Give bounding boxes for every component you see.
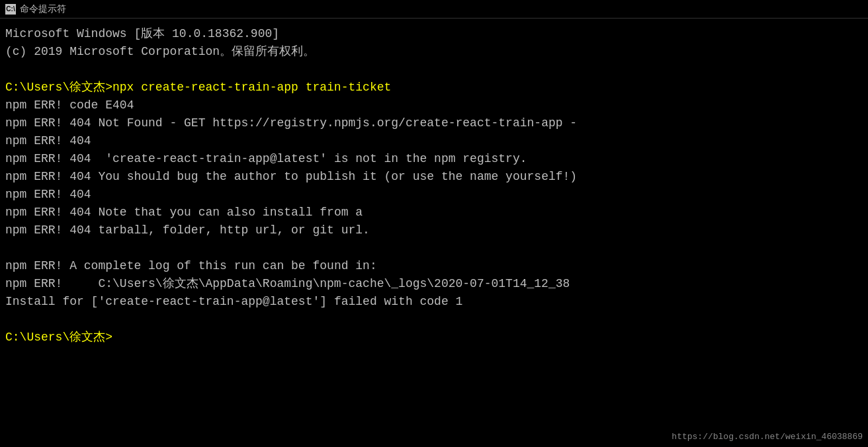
- watermark: https://blog.csdn.net/weixin_46038869: [672, 432, 863, 442]
- terminal-line: npm ERR! A complete log of this run can …: [5, 257, 863, 275]
- terminal-line: npm ERR! 404: [5, 186, 863, 204]
- terminal-line: (c) 2019 Microsoft Corporation。保留所有权利。: [5, 43, 863, 61]
- terminal-line: npm ERR! 404 You should bug the author t…: [5, 168, 863, 186]
- terminal-line: npm ERR! 404 tarball, folder, http url, …: [5, 222, 863, 239]
- window-title: 命令提示符: [20, 3, 66, 15]
- terminal-line: Microsoft Windows [版本 10.0.18362.900]: [5, 25, 863, 43]
- title-bar: C:\ 命令提示符: [0, 0, 868, 19]
- terminal-line: npm ERR! 404: [5, 132, 863, 150]
- terminal-line: npm ERR! code E404: [5, 97, 863, 114]
- terminal-line: Install for ['create-react-train-app@lat…: [5, 293, 863, 311]
- terminal-line: C:\Users\徐文杰>: [5, 329, 863, 346]
- terminal-line: C:\Users\徐文杰>npx create-react-train-app …: [5, 79, 863, 97]
- terminal-line: npm ERR! C:\Users\徐文杰\AppData\Roaming\np…: [5, 275, 863, 293]
- terminal-line: [5, 61, 863, 79]
- terminal-output: Microsoft Windows [版本 10.0.18362.900](c)…: [5, 25, 863, 346]
- cmd-icon: C:\: [5, 4, 16, 15]
- terminal-body: Microsoft Windows [版本 10.0.18362.900](c)…: [0, 19, 868, 447]
- terminal-line: npm ERR! 404 'create-react-train-app@lat…: [5, 150, 863, 168]
- terminal-line: [5, 311, 863, 329]
- terminal-line: npm ERR! 404 Not Found - GET https://reg…: [5, 114, 863, 132]
- terminal-line: [5, 239, 863, 257]
- terminal-line: npm ERR! 404 Note that you can also inst…: [5, 204, 863, 222]
